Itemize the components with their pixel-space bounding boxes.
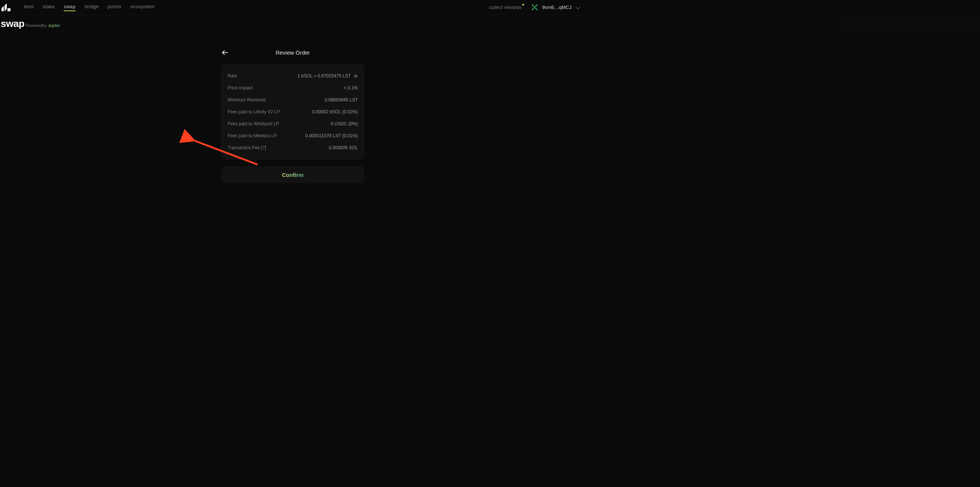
nav-bridge[interactable]: bridge xyxy=(84,4,99,11)
row-price-impact: Price Impact < 0.1% xyxy=(228,82,358,94)
svg-rect-2 xyxy=(536,5,538,6)
row-min-received: Minimum Received 0.08693845 LST xyxy=(228,94,358,106)
top-nav: lend stake swap bridge points ecosystem … xyxy=(0,0,585,15)
row-rate: Rate 1 bSOL ≈ 0.87025475 LST xyxy=(228,70,358,82)
panel-title: Review Order xyxy=(221,49,364,56)
page-title: swap xyxy=(1,18,24,30)
svg-rect-7 xyxy=(535,8,536,9)
wallet-avatar-icon xyxy=(532,5,538,10)
svg-rect-6 xyxy=(533,8,534,9)
label-price-impact: Price Impact xyxy=(228,85,253,90)
label-tx-fee: Transaction Fee [?] xyxy=(228,145,266,151)
row-fee-meteora: Fees paid to Meteora LP 0.000011079 LST … xyxy=(228,130,358,142)
row-tx-fee: Transaction Fee [?] 0.000005 SOL xyxy=(228,142,358,154)
label-fee-whirlpool: Fees paid to Whirlpool LP xyxy=(228,121,279,127)
value-fee-whirlpool: 0 USDC (0%) xyxy=(331,121,358,127)
confirm-button[interactable]: Confirm xyxy=(221,166,364,183)
chevron-down-icon xyxy=(575,5,580,10)
app-logo[interactable] xyxy=(2,3,11,11)
nav-swap[interactable]: swap xyxy=(64,4,76,11)
svg-rect-1 xyxy=(532,5,533,6)
confirm-button-label: Confirm xyxy=(282,172,304,178)
value-fee-meteora: 0.000011079 LST (0.01%) xyxy=(305,133,358,138)
row-fee-lifinity: Fees paid to Lifinity V2 LP 0.00002 bSOL… xyxy=(228,106,358,118)
swap-direction-icon[interactable] xyxy=(354,75,358,78)
svg-rect-5 xyxy=(534,7,535,8)
svg-rect-3 xyxy=(533,6,534,7)
value-min-received: 0.08693845 LST xyxy=(325,97,358,103)
nav-links: lend stake swap bridge points ecosystem xyxy=(24,4,154,11)
label-min-received: Minimum Received xyxy=(228,97,266,103)
label-rate: Rate xyxy=(228,73,237,79)
value-tx-fee: 0.000005 SOL xyxy=(329,145,358,151)
nav-lend[interactable]: lend xyxy=(24,4,34,11)
collect-rewards-button[interactable]: collect rewards xyxy=(489,5,522,10)
svg-rect-4 xyxy=(535,6,536,7)
value-rate: 1 bSOL ≈ 0.87025475 LST xyxy=(298,73,351,79)
nav-ecosystem[interactable]: ecosystem xyxy=(130,4,154,11)
wallet-address: 9sm6…qMCJ xyxy=(542,5,572,10)
nav-points[interactable]: points xyxy=(108,4,122,11)
value-fee-lifinity: 0.00002 bSOL (0.02%) xyxy=(312,109,358,114)
jupiter-link[interactable]: Jupiter xyxy=(48,23,60,28)
order-summary-card: Rate 1 bSOL ≈ 0.87025475 LST Price Impac… xyxy=(221,64,364,159)
row-fee-whirlpool: Fees paid to Whirlpool LP 0 USDC (0%) xyxy=(228,118,358,130)
label-fee-meteora: Fees paid to Meteora LP xyxy=(228,133,277,138)
wallet-button[interactable]: 9sm6…qMCJ xyxy=(532,5,579,10)
value-price-impact: < 0.1% xyxy=(344,85,358,90)
page-subheader: swap Poweredby Jupiter xyxy=(0,15,585,35)
back-button[interactable] xyxy=(222,50,228,55)
label-fee-lifinity: Fees paid to Lifinity V2 LP xyxy=(228,109,280,114)
powered-by-label: Poweredby xyxy=(26,23,46,28)
svg-rect-8 xyxy=(532,9,533,10)
svg-rect-9 xyxy=(536,9,538,10)
nav-stake[interactable]: stake xyxy=(43,4,55,11)
